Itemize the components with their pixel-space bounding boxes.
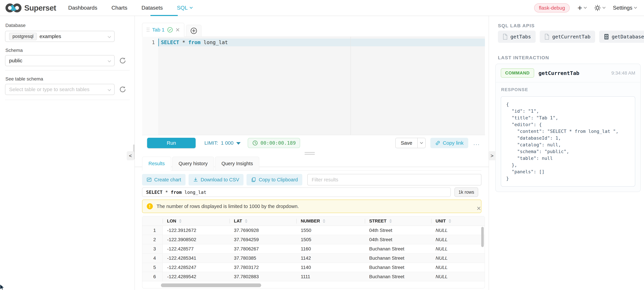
table-row: 1 -122.3912672 37.7690928 1550 04th Stre… bbox=[142, 226, 484, 235]
schema-select[interactable]: public bbox=[5, 55, 114, 66]
nav-item-datasets[interactable]: Datasets bbox=[142, 5, 163, 11]
caret-down-icon bbox=[236, 142, 240, 145]
database-label: Database bbox=[6, 23, 26, 28]
copy-link-button[interactable]: Copy link bbox=[430, 138, 468, 148]
sort-icons[interactable] bbox=[179, 219, 182, 223]
save-split-button[interactable]: Save bbox=[395, 138, 426, 148]
tab-results[interactable]: Results bbox=[142, 157, 171, 171]
collapse-left-panel-button[interactable]: < bbox=[127, 151, 134, 160]
vertical-scrollbar-thumb[interactable] bbox=[481, 227, 484, 247]
plus-circle-icon bbox=[190, 27, 198, 34]
line-number: 1 bbox=[142, 38, 155, 46]
database-select[interactable]: postgresql examples bbox=[5, 31, 114, 42]
run-query-button[interactable]: Run bbox=[147, 138, 196, 148]
schema-select-value: public bbox=[9, 58, 22, 63]
editor-tab-1[interactable]: Tab 1 bbox=[142, 23, 184, 37]
new-item-button[interactable]: + bbox=[578, 4, 586, 11]
table-select[interactable]: Select table or type to search tables bbox=[5, 84, 114, 95]
sqllab-apis-panel: SQL LAB APIS getTabs getCurrentTab bbox=[489, 16, 644, 290]
nav-menu: Dashboards Charts Datasets SQL bbox=[68, 5, 192, 11]
refresh-tables-icon[interactable] bbox=[119, 86, 126, 93]
nav-item-charts[interactable]: Charts bbox=[112, 5, 127, 11]
horizontal-scrollbar[interactable] bbox=[161, 284, 481, 287]
row-count-badge: 1k rows bbox=[454, 187, 478, 197]
editor-tabbar: Tab 1 bbox=[142, 23, 485, 37]
active-nav-underline bbox=[150, 15, 178, 16]
sql-code-editor[interactable]: 1 SELECT * from long_lat bbox=[142, 37, 485, 135]
table-row: 3 -122.428577 37.7806267 1160 Buchanan S… bbox=[142, 244, 484, 254]
copy-to-clipboard-button[interactable]: Copy to Clipboard bbox=[246, 174, 302, 185]
limit-dropdown[interactable]: LIMIT: 1 000 bbox=[204, 140, 240, 146]
sqllab-left-sidebar: Database postgresql examples Schema publ… bbox=[0, 16, 135, 290]
table-header-row: LON LAT NUMBER STREET UNIT bbox=[142, 216, 484, 226]
create-chart-button[interactable]: Create chart bbox=[142, 174, 186, 185]
refresh-schemas-icon[interactable] bbox=[119, 57, 126, 64]
sort-icons[interactable] bbox=[323, 219, 325, 223]
save-options-button[interactable] bbox=[417, 138, 425, 148]
chevron-down-icon bbox=[108, 59, 111, 62]
collapse-right-panel-button[interactable]: > bbox=[488, 151, 496, 160]
tab-query-insights[interactable]: Query Insights bbox=[215, 157, 259, 171]
close-tab-icon[interactable] bbox=[176, 28, 180, 32]
column-header-lon[interactable]: LON bbox=[162, 216, 230, 226]
editor-toolbar: Run LIMIT: 1 000 00:00:00.189 Save bbox=[142, 135, 485, 151]
table-select-placeholder: Select table or type to search tables bbox=[9, 87, 90, 92]
filter-results-input[interactable] bbox=[307, 174, 482, 185]
clock-icon bbox=[252, 140, 258, 146]
horizontal-scrollbar-thumb[interactable] bbox=[161, 284, 261, 287]
results-actions-row: Create chart Download to CSV Copy to Cli… bbox=[142, 174, 482, 185]
chevron-down-icon bbox=[420, 141, 423, 144]
sort-icons[interactable] bbox=[389, 219, 392, 223]
top-navbar: Superset Dashboards Charts Datasets SQL … bbox=[0, 0, 644, 16]
response-json-box: { "id": "1", "title": "Tab 1", "editor":… bbox=[501, 96, 635, 187]
new-tab-button[interactable] bbox=[186, 25, 202, 37]
sidebar-divider bbox=[5, 100, 130, 100]
chevron-down-icon bbox=[108, 35, 111, 38]
sort-icons[interactable] bbox=[448, 219, 451, 223]
last-interaction-title: LAST INTERACTION bbox=[498, 55, 549, 60]
response-json: { "id": "1", "title": "Tab 1", "editor":… bbox=[506, 101, 630, 182]
editor-gutter bbox=[142, 37, 158, 135]
chevron-down-icon bbox=[602, 5, 606, 8]
api-chip-gettabs[interactable]: getTabs bbox=[498, 31, 536, 43]
cabinet-icon bbox=[604, 34, 609, 40]
sort-icons[interactable] bbox=[245, 219, 248, 223]
editor-print-margin bbox=[350, 37, 351, 135]
check-circle-icon bbox=[167, 27, 173, 33]
column-header-unit[interactable]: UNIT bbox=[431, 216, 484, 226]
superset-logo[interactable]: Superset bbox=[6, 3, 56, 13]
api-chips-row: getTabs getCurrentTab getDatabases bbox=[498, 31, 644, 43]
elapsed-time: 00:00:00.189 bbox=[260, 140, 296, 146]
mouse-cursor bbox=[0, 284, 5, 290]
resize-drag-handle[interactable] bbox=[305, 152, 315, 156]
settings-menu[interactable]: Settings bbox=[613, 5, 636, 11]
drag-handle-icon[interactable] bbox=[147, 28, 150, 32]
column-header-lat[interactable]: LAT bbox=[230, 216, 296, 226]
tab-query-history[interactable]: Query history bbox=[172, 157, 214, 171]
nav-item-sql[interactable]: SQL bbox=[177, 5, 192, 11]
nav-item-dashboards[interactable]: Dashboards bbox=[68, 5, 98, 11]
sidebar-divider bbox=[5, 70, 130, 70]
theme-toggle-button[interactable] bbox=[594, 4, 605, 11]
apis-panel-title: SQL LAB APIS bbox=[498, 23, 535, 28]
download-csv-button[interactable]: Download to CSV bbox=[188, 174, 244, 185]
more-actions-button[interactable]: ... bbox=[473, 139, 480, 147]
chevron-down-icon bbox=[584, 5, 587, 8]
command-name: getCurrentTab bbox=[538, 70, 580, 76]
row-index-header bbox=[142, 216, 162, 226]
column-header-number[interactable]: NUMBER bbox=[296, 216, 365, 226]
row-limit-warning: ! The number of rows displayed is limite… bbox=[142, 200, 482, 213]
sun-icon bbox=[594, 4, 601, 11]
brand-wordmark: Superset bbox=[24, 3, 56, 12]
copy-icon bbox=[251, 177, 256, 182]
editor-tab-title: Tab 1 bbox=[152, 27, 164, 33]
api-chip-getdatabases[interactable]: getDatabases bbox=[599, 31, 644, 43]
save-button[interactable]: Save bbox=[396, 138, 417, 148]
interaction-timestamp: 9:34:48 AM bbox=[611, 70, 635, 76]
chevron-down-icon bbox=[108, 88, 111, 91]
response-label: RESPONSE bbox=[496, 82, 640, 92]
api-chip-getcurrenttab[interactable]: getCurrentTab bbox=[540, 31, 595, 43]
column-header-street[interactable]: STREET bbox=[365, 216, 431, 226]
executed-query-preview: SELECT * from long_lat bbox=[142, 187, 451, 197]
database-engine-tag: postgresql bbox=[9, 33, 37, 40]
